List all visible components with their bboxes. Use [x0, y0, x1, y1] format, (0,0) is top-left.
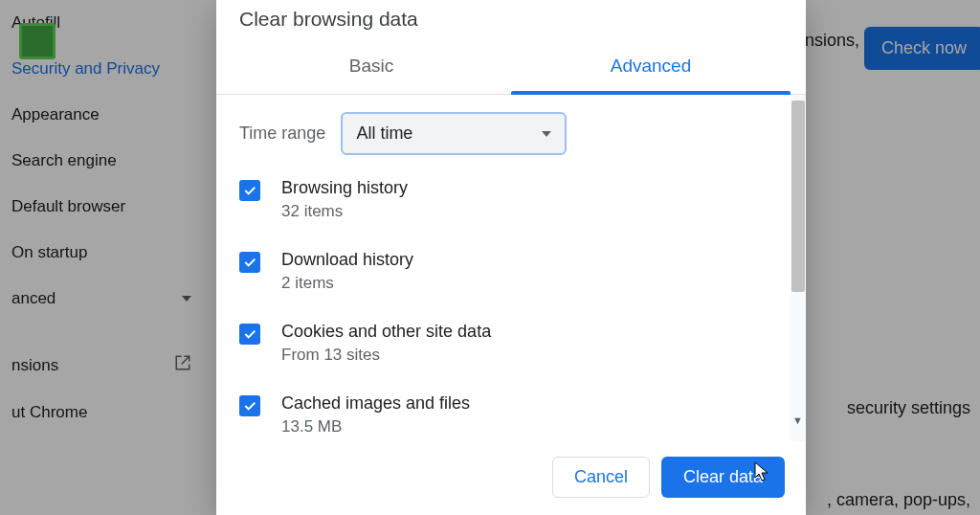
time-range-value: All time — [356, 123, 412, 144]
sidebar-item-on-startup[interactable]: On startup — [0, 230, 203, 276]
advanced-label: anced — [11, 289, 56, 308]
open-external-icon — [174, 354, 191, 376]
sidebar-item-about-chrome[interactable]: ut Chrome — [0, 390, 203, 436]
dialog-tabs: Basic Advanced — [216, 42, 806, 95]
option-title: Download history — [281, 250, 777, 270]
checkmark-icon — [242, 255, 257, 270]
chevron-down-icon — [542, 131, 551, 137]
scrollbar-thumb[interactable] — [791, 101, 805, 292]
clear-browsing-data-dialog: Clear browsing data Basic Advanced ▼ Tim… — [216, 0, 806, 515]
option-cached-images: Cached images and files 13.5 MB — [239, 393, 777, 437]
dialog-footer: Cancel Clear data — [216, 441, 806, 515]
option-title: Browsing history — [281, 178, 777, 198]
time-range-row: Time range All time — [239, 112, 777, 155]
checkmark-icon — [242, 183, 257, 198]
sidebar-item-search-engine[interactable]: Search engine — [0, 138, 203, 184]
option-title: Cached images and files — [281, 393, 777, 414]
clear-data-button[interactable]: Clear data — [661, 457, 785, 498]
scrollbar-down-icon[interactable]: ▼ — [792, 414, 803, 426]
time-range-label: Time range — [239, 123, 325, 144]
tab-basic[interactable]: Basic — [232, 42, 511, 94]
option-browsing-history: Browsing history 32 items — [239, 178, 777, 221]
sidebar-item-extensions[interactable]: nsions — [0, 341, 203, 390]
clear-data-label: Clear data — [683, 467, 763, 486]
checkbox-cached-images[interactable] — [239, 395, 260, 416]
option-subtitle: From 13 sites — [281, 346, 777, 365]
bg-permissions-text: , camera, pop-ups, — [827, 490, 970, 510]
extensions-label: nsions — [11, 356, 58, 375]
sidebar-item-default-browser[interactable]: Default browser — [0, 184, 203, 230]
option-subtitle: 2 items — [281, 274, 777, 293]
option-subtitle: 32 items — [281, 202, 777, 221]
checkmark-icon — [242, 398, 257, 414]
tab-advanced[interactable]: Advanced — [511, 42, 791, 94]
option-subtitle: 13.5 MB — [281, 417, 777, 437]
sidebar-advanced-toggle[interactable]: anced — [0, 276, 203, 322]
checkbox-cookies[interactable] — [239, 324, 260, 345]
checkbox-download-history[interactable] — [239, 252, 260, 273]
sidebar-item-appearance[interactable]: Appearance — [0, 92, 203, 138]
bg-security-text: security settings — [847, 398, 970, 418]
checkmark-icon — [242, 326, 257, 342]
time-range-select[interactable]: All time — [341, 112, 567, 155]
check-now-button[interactable]: Check now — [864, 27, 980, 70]
option-title: Cookies and other site data — [281, 322, 777, 342]
chevron-down-icon — [182, 296, 191, 302]
option-cookies: Cookies and other site data From 13 site… — [239, 322, 777, 365]
checkbox-browsing-history[interactable] — [239, 180, 260, 201]
option-download-history: Download history 2 items — [239, 250, 777, 293]
app-logo-icon — [19, 23, 56, 59]
cancel-button[interactable]: Cancel — [552, 457, 650, 498]
dialog-body: ▼ Time range All time Browsing history 3… — [216, 95, 806, 441]
scrollbar-track[interactable]: ▼ — [791, 95, 806, 441]
settings-sidebar: Autofill Security and Privacy Appearance… — [0, 0, 203, 515]
dialog-title: Clear browsing data — [216, 0, 806, 42]
